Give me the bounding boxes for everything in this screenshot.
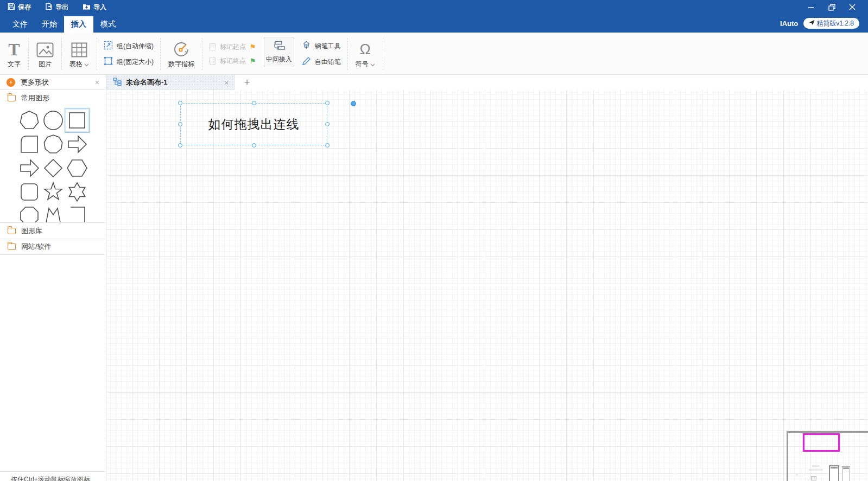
pen-tool-button[interactable]: 钢笔工具 <box>302 41 341 52</box>
new-tab-button[interactable]: + <box>235 75 259 90</box>
shape-arrow-right[interactable] <box>17 156 41 180</box>
folder-icon <box>8 95 16 101</box>
ribbon-separator <box>383 38 383 70</box>
selected-text-element[interactable]: 如何拖拽出连线 <box>180 103 327 145</box>
shape-heptagon[interactable] <box>17 108 41 132</box>
shapes-sidebar: + 更多形状 × 常用图形 图形库 <box>0 75 106 481</box>
image-tool-button[interactable]: 图片 <box>29 36 61 72</box>
import-button[interactable]: 导入 <box>83 3 106 12</box>
minimize-icon[interactable] <box>807 3 815 11</box>
pen-tools: 钢笔工具 自由铅笔 <box>295 36 347 72</box>
menu-tabs: 文件 开始 插入 模式 <box>0 16 123 33</box>
group-fixed-button[interactable]: 组(固定大小) <box>104 56 154 67</box>
symbol-button[interactable]: Ω 符号 <box>348 36 383 72</box>
export-icon <box>45 3 53 12</box>
shape-rounded-square[interactable] <box>17 180 41 204</box>
shape-nonagon[interactable] <box>41 132 65 156</box>
export-button[interactable]: 导出 <box>45 3 68 12</box>
shape-double-peak[interactable] <box>41 204 65 222</box>
connection-point-dot[interactable] <box>351 101 356 106</box>
minimap-thumbnail-mark <box>811 476 816 480</box>
shape-circle[interactable] <box>41 108 65 132</box>
close-icon[interactable] <box>848 3 856 11</box>
sidebar-title: 更多形状 <box>21 78 90 87</box>
canvas-area: 未命名画布-1 × + 如何拖拽出连线 <box>106 75 868 481</box>
table-icon <box>71 39 87 57</box>
canvas-tab-close-icon[interactable]: × <box>224 79 229 87</box>
omega-icon: Ω <box>360 41 371 57</box>
import-label: 导入 <box>93 3 106 12</box>
canvas-tree-icon <box>113 78 122 87</box>
resize-handle-n[interactable] <box>252 101 256 105</box>
group-auto-icon <box>104 41 113 52</box>
section-common-shapes[interactable]: 常用图形 <box>0 90 106 106</box>
pencil-icon <box>302 56 311 67</box>
text-tool-button[interactable]: T 文字 <box>0 36 28 72</box>
menu-tab-file[interactable]: 文件 <box>5 16 35 33</box>
sidebar-close-icon[interactable]: × <box>95 78 99 87</box>
resize-handle-nw[interactable] <box>178 101 182 105</box>
section-website-software[interactable]: 网站/软件 <box>0 239 106 255</box>
canvas-tab-title: 未命名画布-1 <box>126 78 220 87</box>
checkbox-icon <box>209 43 216 50</box>
section-shape-library[interactable]: 图形库 <box>0 222 106 239</box>
folder-icon <box>8 243 16 250</box>
save-icon <box>8 3 15 12</box>
ribbon-toolbar: T 文字 图片 表格 组(自动伸缩) 组(固定大小) <box>0 33 868 75</box>
shape-diamond[interactable] <box>41 156 65 180</box>
mark-start-checkbox[interactable]: 标记起点 ⚑ <box>209 42 256 52</box>
chevron-down-icon <box>84 61 89 68</box>
resize-handle-ne[interactable] <box>325 101 330 105</box>
shape-octagon[interactable] <box>17 204 41 222</box>
shape-corner-bracket[interactable] <box>65 204 89 222</box>
save-button[interactable]: 保存 <box>8 3 31 12</box>
resize-handle-e[interactable] <box>325 122 330 126</box>
numeric-indicator-button[interactable]: 1 数字指标 <box>161 36 202 72</box>
canvas-tab[interactable]: 未命名画布-1 × <box>106 75 235 90</box>
menu-right: IAuto 精简版v1.2.8 <box>780 18 868 33</box>
window-controls <box>807 3 864 11</box>
menu-tab-home[interactable]: 开始 <box>35 16 64 33</box>
mark-end-checkbox[interactable]: 标记终点 ⚑ <box>209 56 256 66</box>
gauge-icon: 1 <box>173 39 189 57</box>
minimap[interactable] <box>787 431 868 481</box>
minimap-viewport-rect[interactable] <box>803 433 840 452</box>
shape-arrow-right[interactable] <box>65 132 89 156</box>
free-pencil-button[interactable]: 自由铅笔 <box>302 56 341 67</box>
resize-handle-se[interactable] <box>325 143 330 147</box>
save-label: 保存 <box>18 3 31 12</box>
sidebar-header: + 更多形状 × <box>0 75 106 90</box>
shape-hexagon[interactable] <box>65 156 89 180</box>
version-badge[interactable]: 精简版v1.2.8 <box>803 18 859 29</box>
add-shapes-icon[interactable]: + <box>7 78 15 87</box>
export-label: 导出 <box>55 3 68 12</box>
table-tool-button[interactable]: 表格 <box>62 36 97 72</box>
flag-orange-icon: ⚑ <box>250 43 256 51</box>
resize-handle-w[interactable] <box>178 122 182 126</box>
shape-rounded-corner-square[interactable] <box>17 132 41 156</box>
shape-star-6[interactable] <box>65 180 89 204</box>
menu-tab-insert[interactable]: 插入 <box>64 16 93 33</box>
mark-tools: 标记起点 ⚑ 标记终点 ⚑ <box>202 36 263 72</box>
shape-square[interactable] <box>65 108 89 132</box>
pen-nib-icon <box>302 41 311 52</box>
menu-tab-mode[interactable]: 模式 <box>93 16 123 33</box>
drawing-canvas[interactable]: 如何拖拽出连线 <box>106 90 868 481</box>
svg-text:1: 1 <box>185 50 187 55</box>
text-element-content[interactable]: 如何拖拽出连线 <box>208 116 300 133</box>
middle-access-icon <box>273 41 285 52</box>
menu-row: 文件 开始 插入 模式 IAuto 精简版v1.2.8 <box>0 14 868 33</box>
paper-plane-icon <box>809 20 815 27</box>
group-tools: 组(自动伸缩) 组(固定大小) <box>97 36 160 72</box>
group-auto-button[interactable]: 组(自动伸缩) <box>104 41 154 52</box>
resize-handle-s[interactable] <box>252 143 256 147</box>
quick-access-toolbar: 保存 导出 导入 <box>8 3 106 12</box>
text-icon: T <box>8 41 20 57</box>
shape-star-5[interactable] <box>41 180 65 204</box>
titlebar: 保存 导出 导入 <box>0 0 868 14</box>
minimap-phone-shape <box>842 466 850 481</box>
restore-icon[interactable] <box>828 3 835 11</box>
resize-handle-sw[interactable] <box>178 143 182 147</box>
import-icon <box>83 3 91 12</box>
middle-access-button[interactable]: 中间接入 <box>264 37 294 67</box>
